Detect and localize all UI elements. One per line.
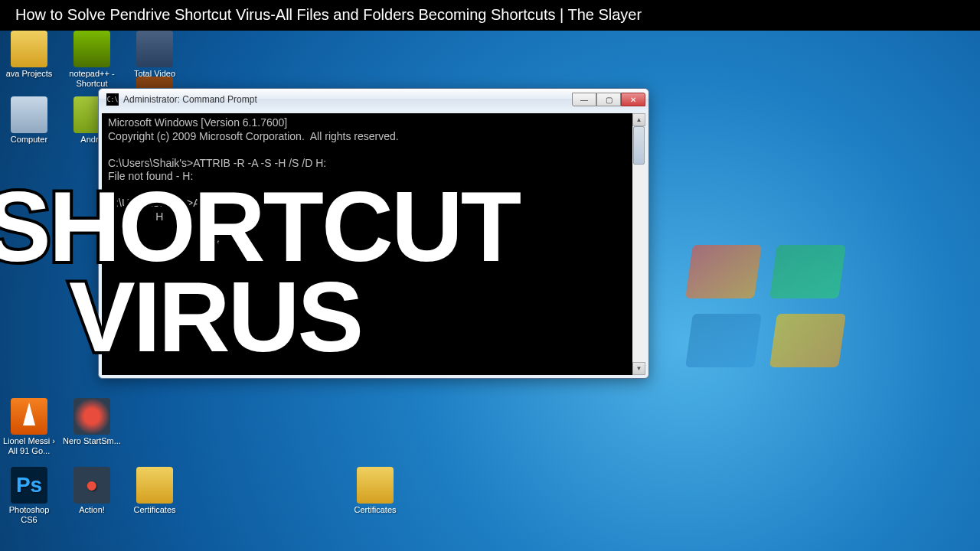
desktop-icon-label: Certificates — [126, 505, 184, 515]
photoshop-icon: Ps — [11, 467, 47, 504]
desktop-icon[interactable]: Certificates — [126, 467, 184, 515]
desktop-icon[interactable]: PsPhotoshop CS6 — [0, 467, 58, 525]
desktop-icon-label: Photoshop CS6 — [0, 505, 58, 525]
desktop-icon[interactable]: Computer — [0, 96, 58, 145]
desktop-icon-label: Nero StartSm... — [63, 436, 121, 446]
window-titlebar[interactable]: C:\ Administrator: Command Prompt — ▢ ✕ — [99, 89, 648, 110]
desktop-icon[interactable]: Nero StartSm... — [63, 398, 121, 446]
desktop-icon-label: ava Projects — [0, 69, 58, 79]
command-prompt-text: Microsoft Windows [Version 6.1.7600] Cop… — [108, 116, 399, 249]
folder-icon — [136, 467, 173, 504]
desktop-icon-label: Action! — [63, 505, 121, 515]
desktop-icon[interactable]: Lionel Messi › All 91 Go... — [0, 398, 58, 456]
nero-icon — [74, 398, 110, 435]
desktop-icon[interactable]: ●Action! — [63, 467, 121, 515]
folder-icon — [11, 31, 47, 67]
cmd-titlebar-icon: C:\ — [106, 93, 119, 106]
maximize-button[interactable]: ▢ — [596, 93, 621, 106]
command-prompt-body[interactable]: Microsoft Windows [Version 6.1.7600] Cop… — [102, 113, 645, 375]
video-title-overlay: How to Solve Pendrive Shortcut Virus-All… — [0, 0, 980, 31]
scroll-down-button[interactable]: ▼ — [632, 362, 645, 375]
desktop-icon-label: Certificates — [346, 505, 404, 515]
folder-icon — [357, 467, 394, 504]
vlc-icon — [11, 398, 47, 435]
scroll-up-button[interactable]: ▲ — [632, 113, 645, 126]
desktop-icon-label: Computer — [0, 135, 58, 145]
desktop-icon-label: notepad++ - Shortcut — [63, 69, 121, 89]
action-icon: ● — [74, 467, 110, 504]
desktop-icon[interactable]: ava Projects — [0, 31, 58, 79]
scrollbar[interactable]: ▲▼ — [632, 113, 645, 375]
command-prompt-window[interactable]: C:\ Administrator: Command Prompt — ▢ ✕ … — [98, 88, 649, 379]
desktop-icon-label: Lionel Messi › All 91 Go... — [0, 436, 58, 456]
video-player-icon — [136, 31, 173, 67]
minimize-button[interactable]: — — [572, 93, 596, 106]
desktop-icon[interactable]: notepad++ - Shortcut — [63, 31, 121, 89]
close-button[interactable]: ✕ — [621, 93, 645, 106]
notepad-icon — [74, 31, 110, 67]
windows-desktop[interactable]: ava Projectsnotepad++ - ShortcutTotal Vi… — [0, 31, 980, 551]
window-title: Administrator: Command Prompt — [123, 94, 572, 105]
scroll-thumb[interactable] — [633, 126, 645, 165]
computer-icon — [11, 96, 47, 133]
desktop-icon[interactable]: Certificates — [346, 467, 404, 515]
video-title-text: How to Solve Pendrive Shortcut Virus-All… — [15, 6, 642, 23]
